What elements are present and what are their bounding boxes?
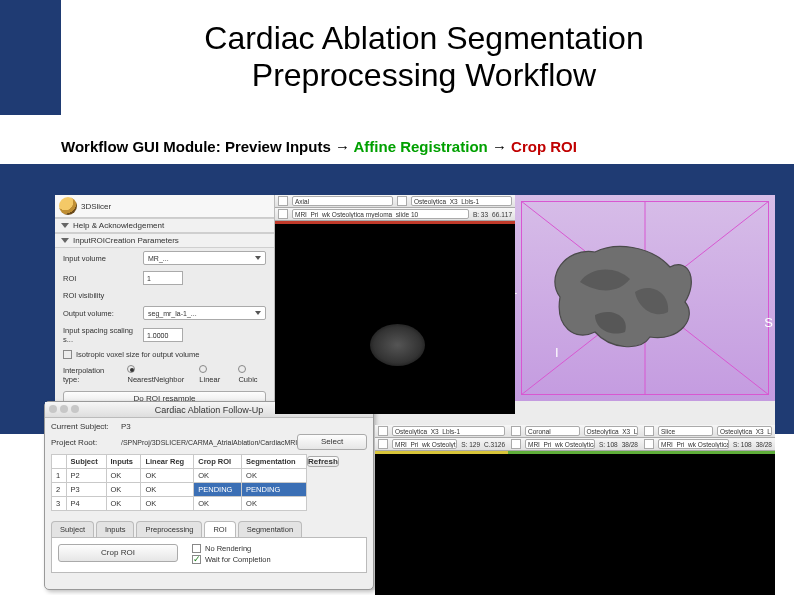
slice-value: 38/28 [622,441,638,448]
fg-selector[interactable]: Axial [292,196,393,206]
table-row[interactable]: 1P2OKOKOKOK [52,469,367,483]
interp-nn-option[interactable]: NearestNeighbor [127,365,189,384]
isotropic-label: Isotropic voxel size for output volume [76,350,199,359]
bg-selector[interactable]: Osteolytica_X3_Lbls-1 [584,426,639,436]
tab-roi[interactable]: ROI [204,521,235,537]
slice-index: S: 108 [733,441,752,448]
refresh-button[interactable]: Refresh [307,456,339,467]
zoom-icon[interactable] [71,405,79,413]
chevron-down-icon [61,238,69,243]
table-row[interactable]: 2P3OKOKPENDINGPENDING [52,483,367,497]
input-volume-dropdown[interactable]: MR_... [143,251,266,265]
label-icon[interactable] [511,439,521,449]
roi-spinner[interactable]: 1 [143,271,183,285]
followup-window[interactable]: Cardiac Ablation Follow-Up Current Subje… [44,401,374,590]
tab-preprocessing[interactable]: Preprocessing [136,521,202,537]
viewer-coronal[interactable]: Coronal Osteolytica_X3_Lbls-1 MRI_Pri_wk… [508,425,641,590]
current-subject-label: Current Subject: [51,422,121,431]
subtitle-arrow: → [488,138,511,155]
table-cell[interactable]: OK [242,497,307,511]
brand-row: 3DSlicer [55,195,274,218]
opt-norender[interactable]: No Rendering [192,544,271,553]
table-cell[interactable]: OK [106,469,141,483]
interp-cubic-option[interactable]: Cubic [238,365,266,384]
table-cell[interactable]: P2 [66,469,106,483]
col-croproi: Crop ROI [194,455,242,469]
param-spacing: Input spacing scaling s... 1.0000 [55,323,274,347]
tab-segmentation[interactable]: Segmentation [238,521,302,537]
window-controls[interactable] [49,405,79,413]
slice-index: S: 129 [461,441,480,448]
table-cell[interactable]: OK [141,483,194,497]
link-icon[interactable] [378,426,388,436]
fg-selector[interactable]: Coronal [525,426,580,436]
subjects-table: Subject Inputs Linear Reg Crop ROI Segme… [51,454,367,511]
interp-linear-option[interactable]: Linear [199,365,228,384]
tab-subject[interactable]: Subject [51,521,94,537]
bg-selector[interactable]: Osteolytica_X3_Lbls-1 [392,426,505,436]
isotropic-checkbox[interactable] [63,350,72,359]
table-cell[interactable]: PENDING [194,483,242,497]
link-icon[interactable] [644,426,654,436]
followup-panel: Crop ROI No Rendering Wait for Completio… [51,538,367,573]
table-cell[interactable]: OK [194,497,242,511]
viewer-axial[interactable]: Axial Osteolytica_X3_Lbls-1 MRI_Pri_wk O… [275,195,515,401]
bg-selector[interactable]: Osteolytica_X3_Lbls-1 [411,196,512,206]
table-cell[interactable]: P4 [66,497,106,511]
lb-selector[interactable]: MRI_Pri_wk Osteolytica myeloma_slide 10 [525,439,595,449]
fg-selector[interactable]: Slice [658,426,713,436]
link-icon[interactable] [511,426,521,436]
current-subject-value: P3 [121,422,367,431]
eye-icon[interactable] [397,196,407,206]
param-input-volume: Input volume MR_... [55,248,274,268]
table-cell[interactable]: OK [242,469,307,483]
lb-selector[interactable]: MRI_Pri_wk Osteolytica myeloma_slide 10 [292,209,469,219]
bg-selector[interactable]: Osteolytica_X3_Lbls-1 [717,426,772,436]
viewer-slice[interactable]: Slice Osteolytica_X3_Lbls-1 MRI_Pri_wk O… [641,425,775,590]
slice-value: 66.117 [492,211,512,218]
col-linreg: Linear Reg [141,455,194,469]
table-row[interactable]: 3P4OKOKOKOK [52,497,367,511]
table-cell[interactable]: OK [141,469,194,483]
radio-icon [199,365,207,373]
viewer-sagittal[interactable]: Osteolytica_X3_Lbls-1 MRI_Pri_wk Osteoly… [375,425,508,590]
viewer-cor-canvas[interactable] [508,454,641,595]
followup-body: Current Subject: P3 Project Root: /SPNPr… [45,418,373,577]
output-volume-dropdown[interactable]: seg_mr_la-1_... [143,306,266,320]
select-button[interactable]: Select [297,434,367,450]
opt-wait[interactable]: Wait for Completion [192,555,271,564]
table-cell[interactable]: 1 [52,469,67,483]
lb-selector[interactable]: MRI_Pri_wk Osteolytica myeloma_slide 10 [658,439,729,449]
table-cell[interactable]: OK [106,497,141,511]
subtitle-prefix: Workflow GUI Module: Preview Inputs → [61,138,354,155]
viewer-slc-canvas[interactable] [641,454,775,595]
project-root-row: Project Root: /SPNProj/3DSLICER/CARMA_At… [51,434,367,450]
table-cell[interactable]: OK [194,469,242,483]
table-cell[interactable]: 3 [52,497,67,511]
subtitle-green: Affine Registration [354,138,488,155]
table-cell[interactable]: OK [106,483,141,497]
close-icon[interactable] [49,405,57,413]
label-icon[interactable] [378,439,388,449]
chevron-down-icon [255,311,261,315]
roi-visibility-label: ROI visibility [63,291,143,300]
table-cell[interactable]: P3 [66,483,106,497]
table-cell[interactable]: 2 [52,483,67,497]
minimize-icon[interactable] [60,405,68,413]
output-volume-value: seg_mr_la-1_... [148,310,197,317]
accordion-params[interactable]: InputROICreation Parameters [55,233,274,248]
table-cell[interactable]: PENDING [242,483,307,497]
viewer-axial-canvas[interactable] [275,224,515,414]
spacing-spinner[interactable]: 1.0000 [143,328,183,342]
label-icon[interactable] [278,209,288,219]
label-icon[interactable] [644,439,654,449]
link-icon[interactable] [278,196,288,206]
viewer-sag-canvas[interactable] [375,454,508,595]
accordion-help[interactable]: Help & Acknowledgement [55,218,274,233]
tab-inputs[interactable]: Inputs [96,521,134,537]
lb-selector[interactable]: MRI_Pri_wk Osteolytica myeloma_slide 10 [392,439,457,449]
table-cell[interactable]: OK [141,497,194,511]
param-isotropic: Isotropic voxel size for output volume [55,347,274,362]
viewer-3d[interactable]: T I S [515,195,775,401]
crop-roi-button[interactable]: Crop ROI [58,544,178,562]
